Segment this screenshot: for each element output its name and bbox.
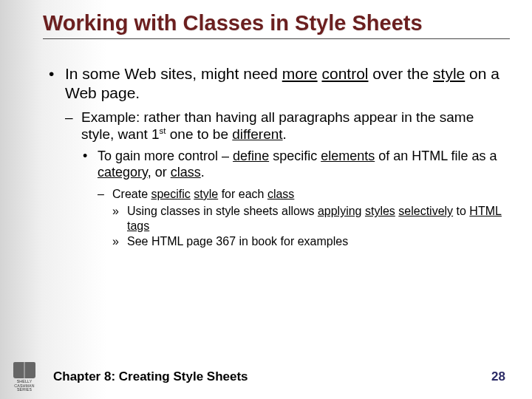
page-number: 28: [491, 369, 505, 384]
slide: Working with Classes in Style Sheets In …: [0, 0, 532, 399]
slide-title: Working with Classes in Style Sheets: [0, 0, 532, 37]
text: one to be: [166, 126, 232, 142]
text-u: style: [433, 65, 465, 82]
footer: Chapter 8: Creating Style Sheets 28: [0, 369, 532, 384]
logo-line: SERIES: [14, 388, 34, 392]
text: of an HTML file as a: [375, 149, 497, 163]
text-u: control: [321, 65, 368, 82]
text: Create: [112, 188, 151, 200]
text-u: styles: [365, 205, 395, 217]
chapter-label: Chapter 8: Creating Style Sheets: [53, 369, 248, 384]
text: See HTML page 367 in book for examples: [127, 235, 348, 248]
text: over the: [369, 65, 434, 82]
text-u: style: [194, 188, 218, 200]
text-u: specific: [151, 188, 190, 200]
slide-content: In some Web sites, might need more contr…: [0, 39, 532, 249]
bullet-level3: To gain more control – define specific e…: [81, 149, 502, 249]
text-u: applying: [318, 205, 362, 217]
text-u: elements: [321, 149, 375, 163]
text-u: more: [282, 65, 318, 82]
text: .: [283, 126, 287, 142]
text: To gain more control –: [98, 149, 233, 163]
text-u: class: [267, 188, 294, 200]
text-u: different: [232, 126, 282, 142]
text: In some Web sites, might need: [65, 65, 282, 82]
text: to: [453, 205, 469, 217]
bullet-level1: In some Web sites, might need more contr…: [49, 64, 502, 249]
text-u: class: [171, 165, 201, 180]
text-u: category: [98, 165, 148, 180]
text: specific: [269, 149, 321, 163]
bullet-level5: Using classes in style sheets allows app…: [112, 204, 502, 233]
text-u: selectively: [398, 205, 453, 217]
text: Using classes in style sheets allows: [127, 205, 318, 217]
text: for each: [218, 188, 267, 200]
bullet-level2: Example: rather than having all paragrap…: [65, 109, 502, 249]
text: , or: [148, 165, 171, 180]
bullet-level5: See HTML page 367 in book for examples: [112, 234, 502, 249]
text-u: define: [233, 149, 269, 163]
text: .: [201, 165, 205, 180]
bullet-level4: Create specific style for each class Usi…: [98, 187, 502, 249]
